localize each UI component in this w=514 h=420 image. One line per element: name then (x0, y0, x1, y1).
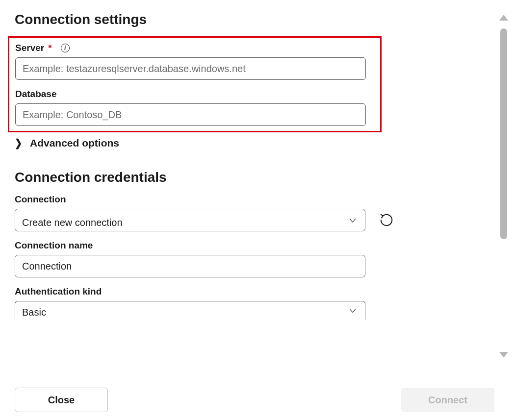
connect-button: Connect (401, 388, 494, 412)
close-button-label: Close (48, 395, 75, 406)
connect-button-label: Connect (428, 395, 467, 406)
connection-select[interactable]: Create new connection (15, 209, 365, 231)
connection-name-label: Connection name (15, 240, 93, 251)
connection-field: Connection Create new connection (15, 194, 499, 231)
connection-name-field: Connection name (15, 240, 499, 277)
refresh-icon[interactable] (379, 213, 394, 227)
highlight-box: Server * i Database (8, 36, 382, 132)
scroll-track[interactable] (500, 28, 507, 344)
scroll-thumb[interactable] (500, 28, 507, 239)
database-input[interactable] (15, 103, 366, 126)
required-star-icon: * (48, 43, 51, 53)
server-label: Server (15, 43, 44, 53)
connection-name-input[interactable] (15, 255, 365, 277)
scroll-up-icon[interactable] (499, 15, 508, 21)
auth-kind-select[interactable]: Basic (15, 301, 365, 320)
close-button[interactable]: Close (15, 388, 108, 412)
auth-kind-label: Authentication kind (15, 286, 102, 297)
server-input[interactable] (15, 57, 366, 80)
connection-selected-value: Create new connection (22, 217, 123, 228)
scrollbar[interactable] (498, 15, 509, 358)
database-field: Database (15, 89, 374, 126)
auth-kind-field: Authentication kind Basic (15, 286, 499, 320)
info-icon[interactable]: i (61, 44, 70, 52)
chevron-right-icon: ❯ (15, 137, 22, 149)
connection-credentials-heading: Connection credentials (15, 170, 499, 185)
server-field: Server * i (15, 43, 374, 80)
dialog-footer: Close Connect (15, 388, 494, 412)
connection-settings-heading: Connection settings (15, 12, 499, 27)
auth-kind-selected-value: Basic (22, 307, 46, 318)
connection-label: Connection (15, 194, 66, 205)
advanced-options-toggle[interactable]: ❯ Advanced options (29, 137, 499, 149)
scroll-down-icon[interactable] (499, 352, 508, 358)
database-label: Database (15, 89, 57, 99)
advanced-options-label: Advanced options (30, 137, 119, 149)
